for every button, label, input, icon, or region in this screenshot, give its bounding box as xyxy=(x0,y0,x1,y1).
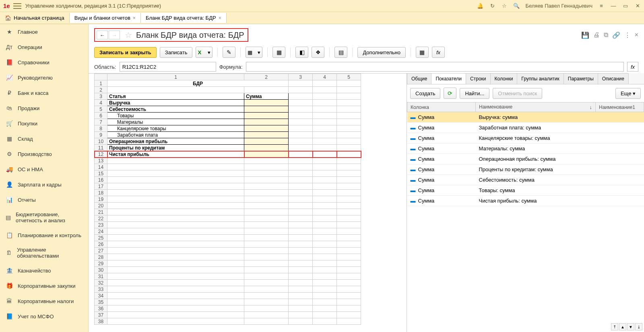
sidebar-item[interactable]: 👤Зарплата и кадры xyxy=(0,177,88,192)
formula-input[interactable] xyxy=(246,62,624,72)
wand-button[interactable]: ✎ xyxy=(223,47,235,58)
sidebar-item[interactable]: ДтОперации xyxy=(0,39,88,55)
nav-label: Руководителю xyxy=(18,75,53,81)
tool4-button[interactable]: ▤ xyxy=(334,47,347,58)
burger-menu[interactable] xyxy=(13,3,21,9)
table-row[interactable]: ▬СуммаСебестоимость: сумма xyxy=(407,175,644,185)
area-label: Область: xyxy=(94,64,116,70)
tool1-button[interactable]: ▦▾ xyxy=(246,47,262,58)
right-tab[interactable]: Общие xyxy=(407,73,431,84)
nav-label: Казначейство xyxy=(18,268,51,274)
sidebar-item[interactable]: ★Главное xyxy=(0,24,88,39)
settings-icon[interactable]: ≡ xyxy=(598,3,605,9)
back-button[interactable]: ← xyxy=(97,31,108,39)
sidebar-item[interactable]: 📋Планирование и контроль xyxy=(0,227,88,243)
sidebar-item[interactable]: 🚚ОС и НМА xyxy=(0,162,88,177)
link-icon[interactable]: 🔗 xyxy=(612,31,620,39)
tool3-button[interactable]: ❖ xyxy=(312,47,324,58)
minimize-icon[interactable]: — xyxy=(610,3,617,9)
star-icon[interactable]: ☆ xyxy=(501,3,508,9)
tab-home[interactable]: 🏠 Начальная страница xyxy=(0,13,70,23)
create-button[interactable]: Создать xyxy=(410,88,440,99)
table-row[interactable]: ▬СуммаМатериалы: сумма xyxy=(407,143,644,154)
more-button[interactable]: Дополнительно xyxy=(357,47,406,58)
nav-icon: 📋 xyxy=(6,232,13,239)
nav-label: Банк и касса xyxy=(18,90,49,96)
more-icon[interactable]: ⋮ xyxy=(624,31,631,39)
tab-1[interactable]: Виды и бланки отчетов× xyxy=(70,13,141,23)
indicators-table[interactable]: КолонкаНаименование ↓Наименование1▬Сумма… xyxy=(407,102,644,322)
tab-1-label: Виды и бланки отчетов xyxy=(74,15,130,21)
right-tab[interactable]: Колонки xyxy=(490,73,518,84)
nav-label: Производство xyxy=(18,151,52,157)
sidebar-item[interactable]: 🎁Корпоративные закупки xyxy=(0,278,88,293)
sidebar-item[interactable]: ▦Склад xyxy=(0,131,88,146)
right-tab[interactable]: Показатели xyxy=(431,73,466,84)
nav-label: Главное xyxy=(18,29,38,35)
sidebar-item[interactable]: 📈Руководителю xyxy=(0,70,88,85)
table-row[interactable]: ▬СуммаВыручка: сумма xyxy=(407,112,644,123)
fx-button[interactable]: fx xyxy=(432,47,445,58)
table-row[interactable]: ▬СуммаТовары: сумма xyxy=(407,185,644,196)
table-row[interactable]: ▬СуммаОперационная прибыль: сумма xyxy=(407,154,644,164)
close-icon[interactable]: ✕ xyxy=(634,3,641,9)
tab-2[interactable]: Бланк БДР вида отчета: БДР× xyxy=(141,13,227,23)
bell-icon[interactable]: 🔔 xyxy=(477,3,483,9)
save-layout-icon[interactable]: 💾 xyxy=(581,31,589,39)
right-tab[interactable]: Группы аналитик xyxy=(517,73,564,84)
sidebar-item[interactable]: 📊Отчеты xyxy=(0,192,88,207)
save-button[interactable]: Записать xyxy=(160,47,193,58)
right-more-button[interactable]: Еще ▾ xyxy=(615,88,641,99)
tool5-button[interactable]: ▦ xyxy=(416,47,429,58)
spreadsheet[interactable]: 123451БДР23СтатьяСумма4Выручка5Себестоим… xyxy=(89,73,407,332)
history-icon[interactable]: ↻ xyxy=(489,3,495,9)
scroll-bottom-icon[interactable]: ⤓ xyxy=(635,323,642,330)
area-input[interactable] xyxy=(120,62,216,72)
sidebar-item[interactable]: 🏛Корпоративные налоги xyxy=(0,293,88,309)
tab-2-close[interactable]: × xyxy=(219,15,221,21)
tab-1-close[interactable]: × xyxy=(133,15,136,21)
table-row[interactable]: ▬СуммаПроценты по кредитам: сумма xyxy=(407,164,644,175)
sidebar-item[interactable]: 🛒Покупки xyxy=(0,116,88,131)
favorite-star-icon[interactable]: ☆ xyxy=(125,30,132,40)
scroll-top-icon[interactable]: ⤒ xyxy=(611,323,618,330)
nav-icon: 📊 xyxy=(6,196,13,203)
table-row[interactable]: ▬СуммаЧистая прибыль: сумма xyxy=(407,196,644,206)
user-name[interactable]: Беляев Павел Геннадьевич xyxy=(525,3,592,9)
scroll-down-icon[interactable]: ▼ xyxy=(627,323,634,330)
copy-icon[interactable]: ⧉ xyxy=(604,31,608,39)
find-button[interactable]: Найти... xyxy=(460,88,489,99)
excel-button[interactable]: X▾ xyxy=(196,47,213,58)
search-icon[interactable]: 🔍 xyxy=(513,3,520,9)
tool2-button[interactable]: ◧ xyxy=(295,47,308,58)
right-tab[interactable]: Строки xyxy=(466,73,490,84)
fx-insert-button[interactable]: fx xyxy=(627,62,638,72)
app-title: Управление холдингом, редакция 3.1 (1С:П… xyxy=(25,3,477,9)
tab-home-label: Начальная страница xyxy=(14,15,64,21)
maximize-icon[interactable]: ▭ xyxy=(622,3,629,9)
nav-label: Покупки xyxy=(18,121,37,127)
save-close-button[interactable]: Записать и закрыть xyxy=(94,47,157,58)
sidebar-item[interactable]: ₽Банк и касса xyxy=(0,85,88,100)
sidebar-item[interactable]: 🏦Казначейство xyxy=(0,263,88,278)
sidebar-item[interactable]: 🛍Продажи xyxy=(0,100,88,116)
table-row[interactable]: ▬СуммаКанцелярские товары: сумма xyxy=(407,133,644,143)
nav-label: Управление обязательствами xyxy=(17,247,83,259)
refresh-button[interactable]: ⟳ xyxy=(444,88,456,99)
print-icon[interactable]: 🖨 xyxy=(593,31,600,39)
forward-button[interactable]: → xyxy=(109,31,120,39)
close-page-icon[interactable]: × xyxy=(635,31,638,39)
sidebar-item[interactable]: ⚙Производство xyxy=(0,146,88,162)
sidebar-item[interactable]: ▤Бюджетирование, отчетность и анализ xyxy=(0,207,88,227)
toolbar: Записать и закрыть Записать X▾ ✎ ▦▾ ▦ ◧ … xyxy=(89,44,644,60)
sidebar-item[interactable]: 📘Учет по МСФО xyxy=(0,309,88,324)
table-row[interactable]: ▬СуммаЗаработная плата: сумма xyxy=(407,123,644,133)
nav-icon: 📕 xyxy=(6,59,13,66)
sidebar-item[interactable]: 🗓Управление обязательствами xyxy=(0,243,88,263)
scroll-up-icon[interactable]: ▲ xyxy=(619,323,626,330)
right-tab[interactable]: Описание xyxy=(598,73,629,84)
sidebar-item[interactable]: 📕Справочники xyxy=(0,55,88,70)
sidebar: ★ГлавноеДтОперации📕Справочники📈Руководит… xyxy=(0,24,89,332)
table-button[interactable]: ▦ xyxy=(272,47,285,58)
right-tab[interactable]: Параметры xyxy=(564,73,598,84)
